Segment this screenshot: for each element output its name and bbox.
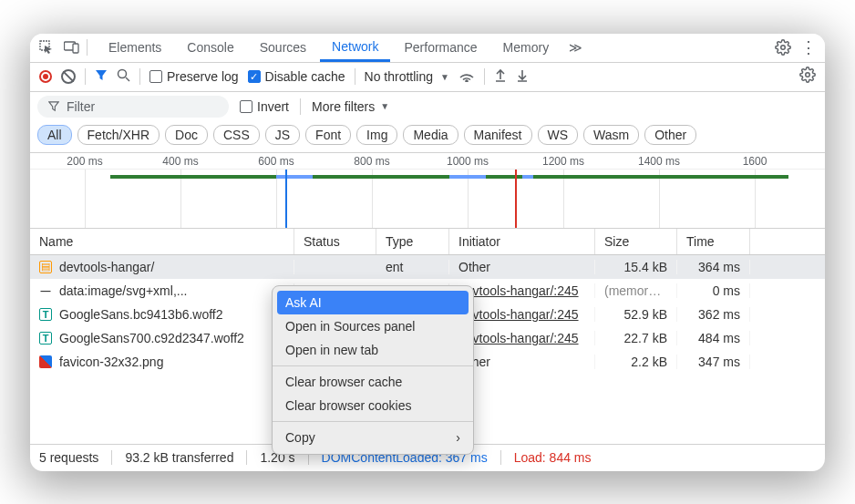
chevron-right-icon: › — [456, 430, 460, 445]
column-header-size[interactable]: Size — [595, 229, 677, 254]
menu-item-open-in-new-tab[interactable]: Open in new tab — [273, 338, 473, 362]
tick-label: 800 ms — [354, 155, 389, 168]
chip-manifest[interactable]: Manifest — [464, 125, 532, 145]
filter-input[interactable]: Filter — [37, 96, 229, 118]
throttling-select[interactable]: No throttling ▼ — [365, 69, 449, 84]
network-conditions-icon[interactable] — [458, 69, 475, 85]
divider — [355, 68, 355, 85]
disable-cache-label: Disable cache — [265, 69, 345, 84]
requests-count: 5 requests — [39, 450, 98, 465]
domcontentloaded-marker — [285, 170, 287, 228]
chip-all[interactable]: All — [37, 125, 72, 145]
svg-point-3 — [781, 46, 786, 50]
font-icon: T — [39, 308, 52, 321]
cell: 0 ms — [677, 283, 750, 298]
context-menu: Ask AIOpen in Sources panelOpen in new t… — [272, 285, 474, 455]
chip-img[interactable]: Img — [356, 125, 397, 145]
table-header: NameStatusTypeInitiatorSizeTime — [30, 229, 825, 255]
tab-performance[interactable]: Performance — [392, 34, 489, 62]
column-header-initiator[interactable]: Initiator — [449, 229, 595, 254]
cell: 362 ms — [677, 307, 750, 322]
chip-css[interactable]: CSS — [213, 125, 260, 145]
column-header-type[interactable]: Type — [376, 229, 449, 254]
download-har-icon[interactable] — [516, 68, 529, 86]
request-name: devtools-hangar/ — [59, 260, 154, 274]
chip-fetchxhr[interactable]: Fetch/XHR — [77, 125, 160, 145]
column-header-name[interactable]: Name — [30, 229, 294, 254]
chip-other[interactable]: Other — [644, 125, 696, 145]
menu-item-open-in-sources-panel[interactable]: Open in Sources panel — [273, 314, 473, 338]
panel-tabs: ElementsConsoleSourcesNetworkPerformance… — [97, 34, 561, 62]
request-name: GoogleSans700.c92d2347.woff2 — [59, 331, 244, 345]
tick-label: 400 ms — [162, 155, 198, 168]
divider — [87, 39, 88, 56]
menu-item-clear-browser-cache[interactable]: Clear browser cache — [273, 370, 473, 394]
tick-label: 1600 — [743, 155, 767, 168]
cell: 2.2 kB — [595, 355, 677, 369]
clear-button[interactable] — [61, 69, 76, 84]
cell: ent — [376, 260, 449, 274]
initiator-cell: Other — [449, 260, 595, 274]
filter-toggle-icon[interactable] — [95, 69, 108, 85]
chip-ws[interactable]: WS — [538, 125, 579, 145]
menu-separator — [273, 421, 473, 422]
cell: 52.9 kB — [595, 307, 677, 322]
kebab-icon[interactable]: ⋮ — [798, 36, 819, 58]
tick-label: 600 ms — [258, 155, 294, 168]
tab-network[interactable]: Network — [320, 34, 390, 62]
load-marker — [515, 170, 517, 228]
svg-point-7 — [806, 73, 810, 77]
network-toolbar: Preserve log ✓ Disable cache No throttli… — [30, 63, 825, 92]
disable-cache-checkbox[interactable]: ✓ Disable cache — [248, 69, 345, 84]
chip-font[interactable]: Font — [305, 125, 351, 145]
inspect-icon[interactable] — [36, 36, 57, 58]
preserve-log-label: Preserve log — [167, 69, 239, 84]
transferred-size: 93.2 kB transferred — [125, 450, 233, 465]
more-tabs-icon[interactable]: ≫ — [564, 36, 586, 58]
preserve-log-checkbox[interactable]: Preserve log — [149, 69, 239, 84]
invert-checkbox[interactable]: Invert — [240, 99, 289, 114]
column-header-time[interactable]: Time — [677, 229, 750, 254]
data-uri-icon: — — [39, 284, 52, 297]
request-name: favicon-32x32.png — [59, 355, 163, 369]
panel-settings-icon[interactable] — [799, 67, 816, 87]
divider — [139, 68, 140, 85]
cell: 347 ms — [677, 355, 750, 369]
divider — [300, 98, 301, 115]
chip-wasm[interactable]: Wasm — [583, 125, 639, 145]
tab-elements[interactable]: Elements — [97, 34, 173, 62]
type-filter-chips: AllFetch/XHRDocCSSJSFontImgMediaManifest… — [30, 121, 825, 152]
font-icon: T — [39, 332, 52, 345]
menu-separator — [273, 365, 473, 366]
devtools-window: ElementsConsoleSourcesNetworkPerformance… — [30, 34, 825, 471]
filter-bar: Filter Invert More filters▼ — [30, 92, 825, 121]
menu-item-copy[interactable]: Copy› — [273, 426, 473, 449]
chip-doc[interactable]: Doc — [165, 125, 208, 145]
table-row[interactable]: ▤devtools-hangar/entOther15.4 kB364 ms — [30, 255, 825, 279]
menu-item-ask-ai[interactable]: Ask AI — [277, 291, 469, 314]
tab-sources[interactable]: Sources — [248, 34, 318, 62]
cell: (memory … — [595, 283, 677, 298]
svg-rect-2 — [73, 44, 78, 53]
document-icon: ▤ — [39, 261, 52, 273]
load-time: Load: 844 ms — [514, 450, 592, 465]
svg-line-5 — [126, 77, 129, 81]
image-icon — [39, 355, 52, 368]
upload-har-icon[interactable] — [494, 68, 507, 86]
more-filters-button[interactable]: More filters▼ — [312, 99, 389, 114]
device-icon[interactable] — [61, 36, 83, 58]
timeline-overview[interactable]: 200 ms400 ms600 ms800 ms1000 ms1200 ms14… — [30, 152, 825, 229]
chip-js[interactable]: JS — [265, 125, 300, 145]
search-icon[interactable] — [117, 68, 130, 85]
chip-media[interactable]: Media — [403, 125, 458, 145]
gear-icon[interactable] — [772, 36, 794, 58]
tick-label: 1400 ms — [638, 155, 680, 168]
cell: 22.7 kB — [595, 331, 677, 345]
tab-memory[interactable]: Memory — [491, 34, 561, 62]
tab-console[interactable]: Console — [175, 34, 245, 62]
tick-label: 200 ms — [67, 155, 102, 168]
column-header-status[interactable]: Status — [294, 229, 376, 254]
record-button[interactable] — [39, 70, 52, 83]
menu-item-clear-browser-cookies[interactable]: Clear browser cookies — [273, 394, 473, 417]
cell: 364 ms — [677, 260, 750, 274]
